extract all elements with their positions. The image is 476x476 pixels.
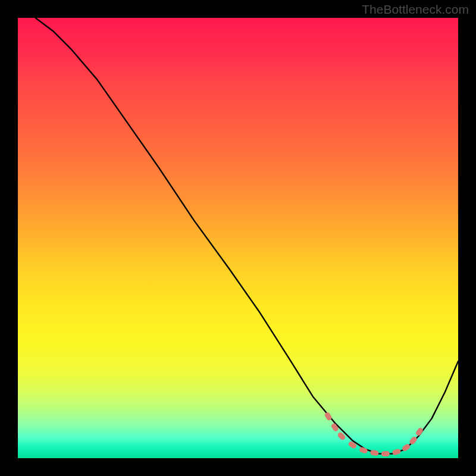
marker-pill	[347, 440, 358, 449]
marker-pill	[381, 451, 390, 456]
bottleneck-curve	[36, 18, 458, 454]
marker-pill	[392, 448, 401, 455]
watermark-text: TheBottleneck.com	[362, 2, 469, 17]
marker-pill	[415, 427, 424, 437]
chart-svg	[18, 18, 458, 458]
marker-pill	[370, 450, 379, 456]
marker-pill	[330, 422, 339, 433]
highlight-markers	[324, 411, 424, 456]
marker-pill	[359, 446, 368, 454]
plot-area	[18, 18, 458, 458]
